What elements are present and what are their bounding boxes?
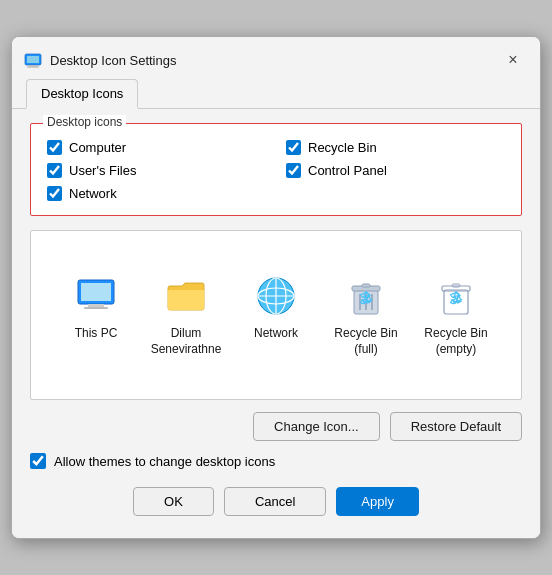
dilum-icon	[162, 272, 210, 320]
checkbox-control-panel-input[interactable]	[286, 163, 301, 178]
close-button[interactable]: ×	[500, 47, 526, 73]
checkbox-network[interactable]: Network	[47, 186, 266, 201]
dialog-title: Desktop Icon Settings	[50, 53, 500, 68]
svg-rect-7	[84, 307, 108, 309]
desktop-icons-group: Desktop icons Computer Recycle Bin User'…	[30, 123, 522, 216]
action-row: Change Icon... Restore Default	[30, 412, 522, 441]
checkbox-control-panel[interactable]: Control Panel	[286, 163, 505, 178]
checkbox-computer-input[interactable]	[47, 140, 62, 155]
checkbox-control-panel-label: Control Panel	[308, 163, 387, 178]
change-icon-button[interactable]: Change Icon...	[253, 412, 380, 441]
network-icon	[252, 272, 300, 320]
restore-default-button[interactable]: Restore Default	[390, 412, 522, 441]
checkbox-users-files-label: User's Files	[69, 163, 137, 178]
dilum-label: DilumSenevirathne	[151, 326, 222, 357]
icon-recycle-full[interactable]: Recycle Bin(full)	[330, 272, 402, 357]
apply-button[interactable]: Apply	[336, 487, 419, 516]
title-bar: Desktop Icon Settings ×	[12, 37, 540, 79]
footer-buttons: OK Cancel Apply	[30, 487, 522, 524]
icons-row: This PC DilumSenevirathne	[60, 272, 492, 357]
app-icon	[24, 51, 42, 69]
recycle-full-icon	[342, 272, 390, 320]
checkbox-network-input[interactable]	[47, 186, 62, 201]
allow-themes-label: Allow themes to change desktop icons	[54, 454, 275, 469]
allow-themes-checkbox[interactable]	[30, 453, 46, 469]
allow-themes-row: Allow themes to change desktop icons	[30, 453, 522, 469]
svg-rect-1	[27, 56, 39, 63]
svg-rect-6	[88, 304, 104, 307]
cancel-button[interactable]: Cancel	[224, 487, 326, 516]
svg-rect-2	[29, 65, 37, 67]
tab-bar: Desktop Icons	[12, 79, 540, 109]
checkbox-network-label: Network	[69, 186, 117, 201]
checkbox-recycle-bin-input[interactable]	[286, 140, 301, 155]
checkbox-users-files[interactable]: User's Files	[47, 163, 266, 178]
checkbox-recycle-bin-label: Recycle Bin	[308, 140, 377, 155]
this-pc-icon	[72, 272, 120, 320]
icon-dilum[interactable]: DilumSenevirathne	[150, 272, 222, 357]
icon-recycle-empty[interactable]: Recycle Bin(empty)	[420, 272, 492, 357]
dialog: Desktop Icon Settings × Desktop Icons De…	[11, 36, 541, 539]
network-label: Network	[254, 326, 298, 342]
checkbox-computer-label: Computer	[69, 140, 126, 155]
icon-this-pc[interactable]: This PC	[60, 272, 132, 342]
svg-rect-5	[81, 283, 111, 301]
icons-preview: This PC DilumSenevirathne	[30, 230, 522, 400]
ok-button[interactable]: OK	[133, 487, 214, 516]
svg-rect-3	[27, 67, 39, 68]
recycle-empty-label: Recycle Bin(empty)	[424, 326, 487, 357]
recycle-empty-icon	[432, 272, 480, 320]
svg-rect-15	[362, 284, 370, 287]
dialog-body: Desktop icons Computer Recycle Bin User'…	[12, 109, 540, 538]
checkbox-recycle-bin[interactable]: Recycle Bin	[286, 140, 505, 155]
checkbox-computer[interactable]: Computer	[47, 140, 266, 155]
checkbox-users-files-input[interactable]	[47, 163, 62, 178]
checkboxes-grid: Computer Recycle Bin User's Files Contro…	[47, 140, 505, 201]
tab-desktop-icons[interactable]: Desktop Icons	[26, 79, 138, 109]
group-legend: Desktop icons	[43, 115, 126, 129]
recycle-full-label: Recycle Bin(full)	[334, 326, 397, 357]
this-pc-label: This PC	[75, 326, 118, 342]
icon-network[interactable]: Network	[240, 272, 312, 342]
